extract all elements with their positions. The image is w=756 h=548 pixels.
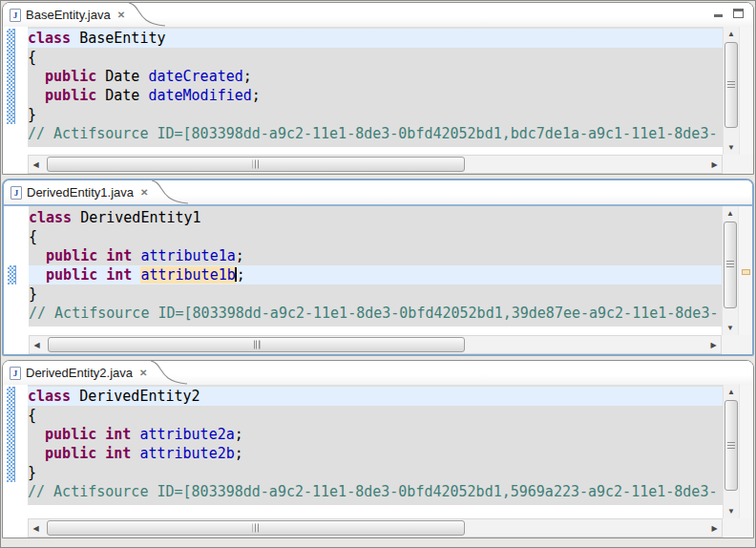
vertical-scrollbar[interactable]: ▲ ▼ <box>723 27 739 155</box>
minimize-icon[interactable] <box>714 8 725 19</box>
code-token[interactable] <box>96 445 105 462</box>
vertical-scroll-thumb[interactable] <box>724 42 738 128</box>
editor-tab[interactable]: J DerivedEntity1.java ✕ <box>4 180 152 204</box>
vertical-scroll-thumb[interactable] <box>724 400 738 491</box>
code-line[interactable]: // Actifsource ID=[803398dd-a9c2-11e1-8d… <box>28 124 723 143</box>
code-token[interactable] <box>28 87 45 104</box>
code-token[interactable]: { <box>28 49 36 66</box>
code-token[interactable]: int <box>105 426 131 443</box>
code-line[interactable]: public int attribute2b; <box>28 444 723 463</box>
vertical-scroll-track[interactable] <box>724 399 739 504</box>
code-line[interactable]: { <box>29 227 722 246</box>
code-line[interactable]: { <box>28 48 723 67</box>
tab-close-icon[interactable]: ✕ <box>116 9 127 21</box>
scroll-right-icon[interactable]: ▶ <box>707 519 722 537</box>
code-area[interactable]: class DerivedEntity2{ public int attribu… <box>28 385 723 518</box>
code-token[interactable]: attribute2b <box>139 445 234 462</box>
code-token[interactable]: { <box>29 228 37 245</box>
code-token[interactable]: attribute2a <box>139 426 234 443</box>
vertical-scroll-track[interactable] <box>724 41 739 140</box>
code-token[interactable]: ; <box>235 426 243 443</box>
horizontal-scrollbar[interactable]: ◀ ▶ <box>29 335 722 354</box>
horizontal-scrollbar[interactable]: ◀ ▶ <box>28 518 723 537</box>
code-token[interactable]: } <box>29 285 37 303</box>
code-token[interactable]: public <box>46 266 97 284</box>
code-token[interactable]: // Actifsource ID=[803398dd-a9c2-11e1-8d… <box>28 125 717 142</box>
edit-region-marker[interactable] <box>742 269 750 275</box>
code-token[interactable] <box>97 266 106 284</box>
vertical-scroll-track[interactable] <box>723 221 738 321</box>
code-token[interactable]: attribute1b <box>140 266 235 284</box>
scroll-up-icon[interactable]: ▲ <box>724 27 739 41</box>
code-token[interactable]: { <box>28 407 36 424</box>
code-token[interactable]: class <box>29 209 72 226</box>
vertical-scrollbar[interactable]: ▲ ▼ <box>722 206 738 335</box>
code-line[interactable]: // Actifsource ID=[803398dd-a9c2-11e1-8d… <box>29 304 722 323</box>
code-token[interactable]: Date <box>96 87 148 104</box>
code-line[interactable]: // Actifsource ID=[803398dd-a9c2-11e1-8d… <box>28 482 723 501</box>
scroll-down-icon[interactable]: ▼ <box>724 140 739 155</box>
code-line[interactable]: class BaseEntity <box>28 29 723 48</box>
scroll-down-icon[interactable]: ▼ <box>724 504 739 518</box>
code-token[interactable]: Date <box>96 68 148 85</box>
code-token[interactable]: class <box>28 30 71 47</box>
code-line[interactable]: public int attribute2a; <box>28 425 723 444</box>
scroll-up-icon[interactable]: ▲ <box>723 206 738 221</box>
code-token[interactable]: DerivedEntity2 <box>71 388 200 405</box>
code-line[interactable]: } <box>29 285 722 304</box>
code-token[interactable]: dateCreated <box>148 68 242 85</box>
code-token[interactable] <box>28 68 45 85</box>
code-line[interactable]: { <box>28 406 723 425</box>
code-token[interactable]: int <box>106 266 132 284</box>
code-line[interactable]: class DerivedEntity2 <box>28 387 723 406</box>
editor-tab[interactable]: J BaseEntity.java ✕ <box>3 3 129 27</box>
overview-ruler[interactable] <box>739 385 753 518</box>
code-token[interactable]: public <box>45 87 96 104</box>
horizontal-scrollbar[interactable]: ◀ ▶ <box>28 155 723 174</box>
horizontal-scroll-thumb[interactable] <box>48 337 465 352</box>
code-line[interactable]: public Date dateCreated; <box>28 67 723 86</box>
code-token[interactable]: BaseEntity <box>71 30 165 47</box>
code-token[interactable]: } <box>28 106 36 123</box>
vertical-scrollbar[interactable]: ▲ ▼ <box>723 385 739 518</box>
code-token[interactable]: public <box>45 426 96 443</box>
scroll-left-icon[interactable]: ◀ <box>30 336 44 353</box>
horizontal-scroll-track[interactable] <box>43 156 707 173</box>
scroll-down-icon[interactable]: ▼ <box>723 321 738 335</box>
code-token[interactable] <box>29 247 46 264</box>
code-area[interactable]: class DerivedEntity1{ public int attribu… <box>29 206 722 335</box>
code-token[interactable]: class <box>28 388 71 405</box>
code-line[interactable]: public Date dateModified; <box>28 86 723 105</box>
code-token[interactable] <box>29 266 46 284</box>
code-token[interactable]: ; <box>243 68 252 85</box>
code-token[interactable]: public <box>46 247 97 264</box>
code-token[interactable] <box>28 426 45 443</box>
scroll-left-icon[interactable]: ◀ <box>29 156 43 173</box>
editor-tab[interactable]: J DerivedEntity2.java ✕ <box>3 361 151 385</box>
scroll-left-icon[interactable]: ◀ <box>29 519 43 537</box>
scroll-right-icon[interactable]: ▶ <box>706 336 721 353</box>
code-token[interactable]: int <box>106 247 132 264</box>
code-line[interactable]: public int attribute1b; <box>29 265 722 285</box>
vertical-scroll-thumb[interactable] <box>724 221 737 308</box>
scroll-up-icon[interactable]: ▲ <box>724 385 739 399</box>
code-token[interactable]: attribute1a <box>140 247 235 264</box>
code-token[interactable]: public <box>45 68 96 85</box>
code-token[interactable]: ; <box>252 87 261 104</box>
overview-ruler[interactable] <box>738 206 752 335</box>
code-token[interactable] <box>96 426 105 443</box>
code-token[interactable]: ; <box>236 247 244 264</box>
code-token[interactable]: dateModified <box>148 87 251 104</box>
code-line[interactable]: public int attribute1a; <box>29 246 722 265</box>
code-line[interactable]: class DerivedEntity1 <box>29 208 722 227</box>
tab-close-icon[interactable]: ✕ <box>137 367 149 379</box>
code-token[interactable]: ; <box>237 266 245 284</box>
code-token[interactable] <box>28 445 45 462</box>
maximize-icon[interactable] <box>733 8 745 19</box>
code-token[interactable] <box>97 247 106 264</box>
code-token[interactable]: // Actifsource ID=[803398dd-a9c2-11e1-8d… <box>28 483 717 500</box>
code-token[interactable]: // Actifsource ID=[803398dd-a9c2-11e1-8d… <box>29 305 718 322</box>
code-area[interactable]: class BaseEntity{ public Date dateCreate… <box>28 27 723 155</box>
overview-ruler[interactable] <box>739 27 753 155</box>
tab-close-icon[interactable]: ✕ <box>138 186 150 199</box>
